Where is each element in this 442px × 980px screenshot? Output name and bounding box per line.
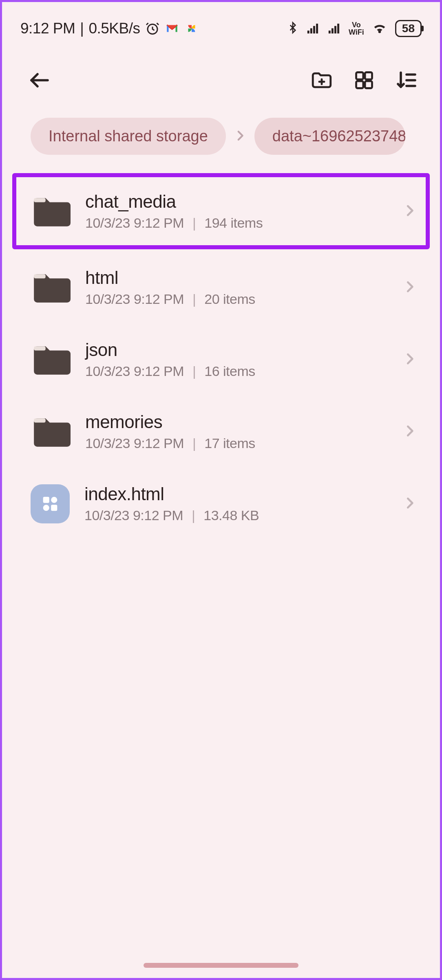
file-meta: 10/3/23 9:12 PM | 194 items <box>85 215 387 231</box>
svg-rect-7 <box>334 26 336 33</box>
status-sep: | <box>80 20 84 37</box>
file-meta: 10/3/23 9:12 PM | 16 items <box>85 363 387 379</box>
toolbar <box>2 51 440 105</box>
file-name: chat_media <box>85 191 387 212</box>
file-detail: 13.48 KB <box>203 508 259 523</box>
svg-rect-10 <box>365 73 372 79</box>
svg-rect-17 <box>43 497 49 503</box>
svg-rect-14 <box>34 274 46 278</box>
file-detail: 194 items <box>204 215 263 231</box>
status-bar: 9:12 PM | 0.5KB/s <box>2 2 440 51</box>
folder-icon <box>31 343 71 376</box>
home-indicator[interactable] <box>144 963 298 968</box>
file-date: 10/3/23 9:12 PM <box>85 435 184 451</box>
svg-rect-20 <box>51 505 57 511</box>
back-button[interactable] <box>27 67 53 93</box>
folder-row[interactable]: json 10/3/23 9:12 PM | 16 items <box>12 323 430 396</box>
svg-rect-13 <box>34 198 46 202</box>
breadcrumb: Internal shared storage data~16962523748… <box>2 105 440 171</box>
file-info: json 10/3/23 9:12 PM | 16 items <box>85 340 387 379</box>
gmail-icon <box>165 21 179 36</box>
file-detail: 16 items <box>204 363 255 379</box>
wifi-icon <box>371 20 388 37</box>
grid-view-button[interactable] <box>351 67 377 93</box>
volte-wifi-label: Vo WiFi <box>349 21 364 36</box>
status-time: 9:12 PM <box>20 20 75 37</box>
file-info: chat_media 10/3/23 9:12 PM | 194 items <box>85 191 387 231</box>
file-list: chat_media 10/3/23 9:12 PM | 194 items h… <box>2 173 440 540</box>
file-date: 10/3/23 9:12 PM <box>85 363 184 379</box>
new-folder-button[interactable] <box>309 67 335 93</box>
file-name: html <box>85 268 387 288</box>
battery-indicator: 58 <box>395 20 422 37</box>
status-right: Vo WiFi 58 <box>287 20 422 37</box>
sort-button[interactable] <box>393 67 420 93</box>
chevron-right-icon <box>233 129 247 144</box>
file-info: html 10/3/23 9:12 PM | 20 items <box>85 268 387 307</box>
svg-rect-3 <box>313 26 315 33</box>
svg-rect-16 <box>34 418 46 422</box>
svg-rect-4 <box>316 24 318 33</box>
signal-1-icon <box>306 21 320 36</box>
status-net-speed: 0.5KB/s <box>88 20 140 37</box>
svg-rect-8 <box>337 24 339 33</box>
file-name: json <box>85 340 387 360</box>
svg-point-18 <box>51 497 57 503</box>
svg-rect-5 <box>329 31 331 33</box>
file-meta: 10/3/23 9:12 PM | 13.48 KB <box>84 508 387 523</box>
file-meta: 10/3/23 9:12 PM | 17 items <box>85 435 387 451</box>
battery-level: 58 <box>402 22 415 35</box>
svg-rect-15 <box>34 346 46 350</box>
signal-2-icon <box>327 21 341 36</box>
svg-rect-2 <box>310 28 312 33</box>
chevron-right-icon <box>402 495 418 512</box>
chevron-right-icon <box>402 203 418 220</box>
file-detail: 20 items <box>204 291 255 307</box>
file-date: 10/3/23 9:12 PM <box>85 291 184 307</box>
svg-point-19 <box>43 505 49 511</box>
file-meta: 10/3/23 9:12 PM | 20 items <box>85 291 387 307</box>
folder-row[interactable]: memories 10/3/23 9:12 PM | 17 items <box>12 396 430 468</box>
folder-icon <box>31 415 71 448</box>
bluetooth-icon <box>287 21 299 36</box>
folder-icon <box>31 271 71 304</box>
chevron-right-icon <box>402 423 418 440</box>
breadcrumb-current[interactable]: data~1696252374862 <box>254 118 405 155</box>
svg-rect-9 <box>356 73 363 79</box>
file-info: index.html 10/3/23 9:12 PM | 13.48 KB <box>84 484 387 523</box>
status-left: 9:12 PM | 0.5KB/s <box>20 20 199 37</box>
google-photos-icon <box>184 21 199 36</box>
file-date: 10/3/23 9:12 PM <box>84 508 183 523</box>
svg-rect-6 <box>332 28 334 33</box>
file-name: memories <box>85 412 387 432</box>
folder-row[interactable]: chat_media 10/3/23 9:12 PM | 194 items <box>12 173 430 249</box>
chevron-right-icon <box>402 279 418 296</box>
svg-rect-12 <box>365 81 372 88</box>
alarm-icon <box>145 21 160 36</box>
file-name: index.html <box>84 484 387 504</box>
folder-row[interactable]: html 10/3/23 9:12 PM | 20 items <box>12 251 430 323</box>
breadcrumb-root[interactable]: Internal shared storage <box>31 118 226 155</box>
folder-icon <box>31 195 71 228</box>
file-row[interactable]: index.html 10/3/23 9:12 PM | 13.48 KB <box>12 468 430 540</box>
file-detail: 17 items <box>204 435 255 451</box>
file-date: 10/3/23 9:12 PM <box>85 215 184 231</box>
svg-rect-1 <box>307 31 309 33</box>
chevron-right-icon <box>402 351 418 368</box>
html-file-icon <box>31 484 70 523</box>
svg-rect-11 <box>356 81 363 88</box>
file-info: memories 10/3/23 9:12 PM | 17 items <box>85 412 387 451</box>
